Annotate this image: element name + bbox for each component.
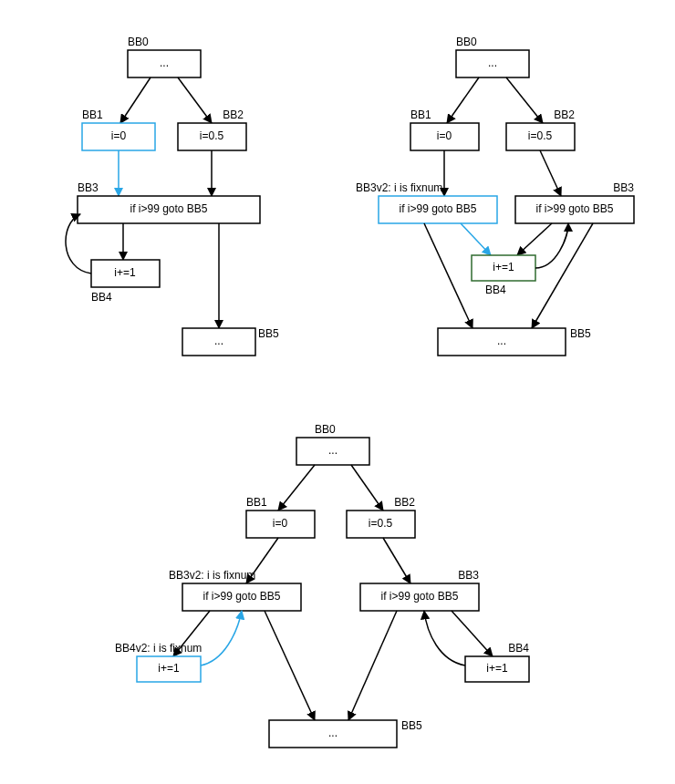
diagram-c: BB0 ... BB1 i=0 BB2 i=0.5 BB3v2: i is fi… [115, 423, 529, 748]
label-bb3: BB3 [613, 181, 634, 194]
label-bb1: BB1 [410, 108, 431, 121]
edge-b-bb3v2-bb4 [461, 223, 491, 255]
edge-c-bb3v2-bb5 [265, 611, 315, 720]
label-bb4: BB4 [91, 291, 112, 304]
label-bb3v2: BB3v2: i is fixnum [356, 181, 442, 194]
label-bb5: BB5 [401, 719, 422, 732]
label-bb1: BB1 [82, 108, 103, 121]
label-bb0: BB0 [128, 36, 149, 48]
edge-b-bb3-bb4 [517, 223, 552, 255]
edge-c-bb0-bb2 [351, 465, 383, 511]
label-bb2: BB2 [223, 108, 244, 121]
text-bb0: ... [488, 57, 497, 69]
text-bb2: i=0.5 [369, 517, 393, 530]
node-bb4: i+=1 BB4 [91, 260, 160, 304]
text-bb1: i=0 [437, 129, 452, 142]
label-bb0: BB0 [456, 36, 477, 48]
label-bb2: BB2 [394, 496, 415, 509]
text-bb1: i=0 [111, 129, 127, 142]
edge-c-bb0-bb1 [278, 465, 315, 511]
node-bb2: BB2 i=0.5 [506, 108, 575, 150]
edge-b-bb0-bb2 [506, 77, 543, 123]
text-bb3: if i>99 goto BB5 [130, 202, 207, 215]
node-bb0: BB0 ... [128, 36, 201, 77]
node-bb3v2: BB3v2: i is fixnum if i>99 goto BB5 [169, 569, 301, 611]
node-bb2: BB2 i=0.5 [347, 496, 415, 538]
text-bb0: ... [160, 57, 169, 69]
edge-a-bb0-bb1 [120, 77, 151, 123]
label-bb4: BB4 [508, 642, 529, 655]
node-bb0: BB0 ... [296, 423, 369, 465]
label-bb5: BB5 [258, 327, 279, 340]
diagram-a: BB0 ... BB1 i=0 BB2 i=0.5 BB3 if i>99 go… [66, 36, 279, 356]
edge-c-bb3-bb5 [348, 611, 397, 720]
text-bb1: i=0 [273, 517, 288, 530]
node-bb4: BB4 i+=1 [465, 642, 529, 682]
text-bb4: i+=1 [486, 662, 508, 675]
label-bb5: BB5 [570, 327, 591, 340]
edge-b-bb0-bb1 [447, 77, 479, 123]
edge-b-bb4-bb3 [535, 223, 568, 268]
label-bb3: BB3 [458, 569, 479, 582]
node-bb3: BB3 if i>99 goto BB5 [360, 569, 479, 611]
label-bb4v2: BB4v2: i is fixnum [115, 642, 202, 655]
text-bb5: ... [214, 335, 223, 347]
label-bb3v2: BB3v2: i is fixnum [169, 569, 255, 582]
text-bb5: ... [328, 727, 338, 739]
text-bb3v2: if i>99 goto BB5 [202, 590, 280, 603]
node-bb5: BB5 ... [182, 327, 279, 356]
text-bb2: i=0.5 [528, 129, 553, 142]
text-bb4: i+=1 [114, 266, 136, 279]
node-bb4: i+=1 BB4 [472, 255, 535, 296]
edge-b-bb3-bb5 [532, 223, 593, 328]
text-bb3v2: if i>99 goto BB5 [399, 202, 476, 215]
label-bb1: BB1 [246, 496, 267, 509]
node-bb4v2: BB4v2: i is fixnum i+=1 [115, 642, 202, 682]
edge-b-bb3v2-bb5 [424, 223, 472, 328]
node-bb2: BB2 i=0.5 [178, 108, 246, 150]
text-bb2: i=0.5 [200, 129, 224, 142]
label-bb4: BB4 [485, 284, 506, 296]
label-bb3: BB3 [78, 181, 99, 194]
edge-c-bb3-bb4 [452, 611, 493, 656]
text-bb4v2: i+=1 [158, 662, 180, 675]
edge-a-bb0-bb2 [178, 77, 212, 123]
text-bb4: i+=1 [493, 261, 514, 273]
node-bb0: BB0 ... [456, 36, 529, 77]
text-bb3: if i>99 goto BB5 [380, 590, 458, 603]
node-bb3: BB3 if i>99 goto BB5 [515, 181, 634, 223]
label-bb0: BB0 [315, 423, 336, 436]
diagram-b: BB0 ... BB1 i=0 BB2 i=0.5 BB3v2: i is fi… [356, 36, 634, 356]
node-bb5: BB5 ... [438, 327, 591, 356]
text-bb0: ... [328, 444, 338, 457]
node-bb1: BB1 i=0 [410, 108, 479, 150]
edge-c-bb4v2-bb3v2 [201, 611, 242, 665]
node-bb1: BB1 i=0 [82, 108, 155, 150]
text-bb3: if i>99 goto BB5 [535, 202, 613, 215]
node-bb3v2: BB3v2: i is fixnum if i>99 goto BB5 [356, 181, 497, 223]
edge-b-bb2-bb3 [540, 150, 561, 196]
node-bb1: BB1 i=0 [246, 496, 315, 538]
text-bb5: ... [497, 335, 506, 347]
node-bb5: BB5 ... [269, 719, 422, 748]
node-bb3: BB3 if i>99 goto BB5 [78, 181, 260, 223]
label-bb2: BB2 [554, 108, 575, 121]
edge-c-bb2-bb3 [383, 538, 410, 583]
